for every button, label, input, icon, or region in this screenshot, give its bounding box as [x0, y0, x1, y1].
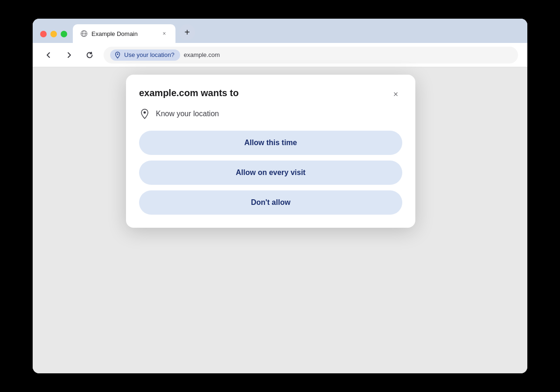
main-content: example.com wants to × Know your locatio…: [33, 67, 527, 373]
back-button[interactable]: [42, 49, 55, 62]
popup-close-button[interactable]: ×: [389, 88, 402, 101]
popup-permission-label: Know your location: [156, 110, 219, 118]
toolbar: Use your location? example.com: [33, 43, 527, 67]
tab-globe-icon: [80, 30, 88, 37]
allow-once-button[interactable]: Allow this time: [139, 131, 402, 155]
new-tab-button[interactable]: +: [179, 24, 195, 40]
forward-button[interactable]: [63, 49, 76, 62]
tab-title: Example Domain: [91, 30, 157, 37]
popup-permission-row: Know your location: [139, 108, 402, 119]
location-permission-pill[interactable]: Use your location?: [110, 49, 180, 61]
popup-title: example.com wants to: [139, 88, 238, 98]
dont-allow-button[interactable]: Don't allow: [139, 190, 402, 215]
address-bar[interactable]: Use your location? example.com: [104, 47, 518, 63]
svg-point-4: [144, 112, 146, 114]
back-icon: [44, 51, 53, 59]
reload-icon: [85, 51, 94, 59]
maximize-traffic-light[interactable]: [61, 31, 67, 37]
traffic-lights: [40, 31, 67, 43]
active-tab[interactable]: Example Domain ×: [73, 24, 175, 43]
location-pin-icon: [114, 51, 121, 59]
permission-popup: example.com wants to × Know your locatio…: [126, 75, 415, 228]
address-text: example.com: [184, 51, 220, 58]
popup-buttons: Allow this time Allow on every visit Don…: [139, 131, 402, 215]
forward-icon: [65, 51, 73, 59]
browser-window: Example Domain × +: [33, 19, 527, 373]
popup-header: example.com wants to ×: [139, 88, 402, 101]
reload-button[interactable]: [83, 49, 96, 62]
tab-bar: Example Domain × +: [33, 19, 527, 43]
svg-point-3: [117, 53, 119, 55]
minimize-traffic-light[interactable]: [50, 31, 57, 37]
permission-pill-text: Use your location?: [124, 51, 175, 58]
allow-always-button[interactable]: Allow on every visit: [139, 161, 402, 185]
close-traffic-light[interactable]: [40, 31, 47, 37]
tab-close-button[interactable]: ×: [161, 30, 168, 37]
popup-location-icon: [139, 108, 150, 119]
